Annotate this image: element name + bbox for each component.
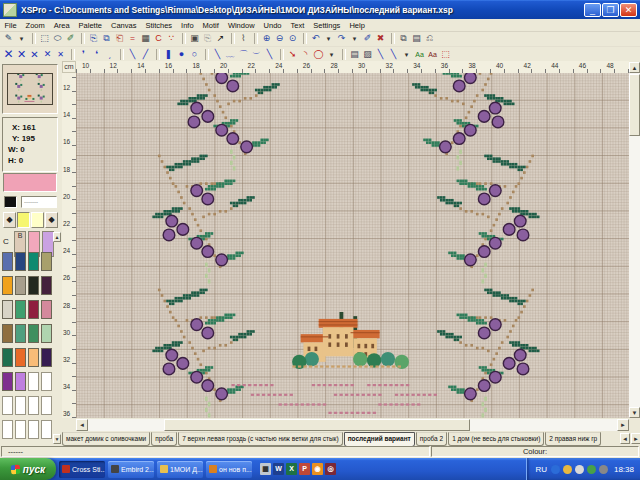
- palette-swatch[interactable]: [2, 276, 13, 295]
- palette-swatch[interactable]: [41, 420, 52, 439]
- redo-button[interactable]: ↷: [335, 32, 348, 45]
- palette-swatch[interactable]: [2, 372, 13, 391]
- draw-pencil-button[interactable]: ✎: [2, 32, 15, 45]
- half-cross-stitch-1-button[interactable]: ✕: [41, 48, 54, 61]
- palette-swatch[interactable]: [15, 324, 26, 343]
- language-indicator[interactable]: RU: [535, 465, 547, 474]
- menu-undo[interactable]: Undo: [259, 21, 286, 30]
- cut-button[interactable]: ⎘: [87, 32, 100, 45]
- scroll-right-button[interactable]: ►: [617, 419, 629, 431]
- menu-file[interactable]: File: [0, 21, 21, 30]
- zoom-out-button[interactable]: ⊖: [273, 32, 286, 45]
- zoom-actual-button[interactable]: ⊙: [286, 32, 299, 45]
- line-dropdown-button[interactable]: ▾: [400, 48, 413, 61]
- horizontal-scrollbar[interactable]: ◄ ►: [76, 419, 629, 431]
- palette-swatch[interactable]: [15, 420, 26, 439]
- palette-scroll-up[interactable]: ▲: [53, 232, 61, 242]
- palette-swatch[interactable]: [2, 348, 13, 367]
- half-stitch-fwd-button[interactable]: ╱: [139, 48, 152, 61]
- ellipse-dropdown-button[interactable]: ▾: [325, 48, 338, 61]
- app-excel-icon[interactable]: X: [286, 463, 297, 475]
- palette-swatch[interactable]: [41, 324, 52, 343]
- vertical-scroll-thumb[interactable]: [629, 74, 640, 136]
- palette-swatch[interactable]: [41, 276, 52, 295]
- app-word-icon[interactable]: W: [273, 463, 284, 475]
- menu-area[interactable]: Area: [49, 21, 74, 30]
- palette-swatch[interactable]: [15, 372, 26, 391]
- backstitch-arc-up-button[interactable]: ⌒: [237, 48, 250, 61]
- rotate-button[interactable]: C: [152, 32, 165, 45]
- redo-dropdown-button[interactable]: ▾: [348, 32, 361, 45]
- delete-cross-button[interactable]: ✖: [374, 32, 387, 45]
- paste-button[interactable]: ⎗: [113, 32, 126, 45]
- edit-line-button[interactable]: ✐: [361, 32, 374, 45]
- edit-pencil-button[interactable]: ✐: [64, 32, 77, 45]
- maximize-button[interactable]: ❐: [602, 3, 619, 17]
- tab-макет домик[interactable]: макет домик с оливочками: [62, 432, 150, 446]
- tab-2 правая ниж[interactable]: 2 правая ниж гр: [545, 432, 601, 446]
- menu-canvas[interactable]: Canvas: [106, 21, 140, 30]
- palette-swatch[interactable]: [2, 324, 13, 343]
- palette-swatch[interactable]: [28, 396, 39, 415]
- full-cross-stitch-button[interactable]: ✕: [2, 48, 15, 61]
- tab-проба 2[interactable]: проба 2: [416, 432, 447, 446]
- menu-settings[interactable]: Settings: [309, 21, 345, 30]
- selection-dashed-button[interactable]: ⬚: [439, 48, 452, 61]
- palette-swatch[interactable]: [2, 396, 13, 415]
- bead-button[interactable]: ○: [188, 48, 201, 61]
- current-thread-color[interactable]: [3, 173, 57, 192]
- undo-button[interactable]: ↶: [309, 32, 322, 45]
- vertical-stitch-button[interactable]: ❚: [162, 48, 175, 61]
- task-1МОИ Д...[interactable]: 1МОИ Д...: [157, 461, 203, 478]
- paste-disabled-button[interactable]: ⎘: [201, 32, 214, 45]
- half-cross-stitch-2-button[interactable]: ✕: [54, 48, 67, 61]
- palette-swatch[interactable]: [15, 348, 26, 367]
- select-rect-button[interactable]: ⬚: [38, 32, 51, 45]
- line-tool-2-button[interactable]: ╲: [387, 48, 400, 61]
- thread-code-field[interactable]: -------: [21, 196, 57, 208]
- palette-swatch[interactable]: [2, 252, 13, 271]
- tray-icon-2[interactable]: [575, 465, 584, 474]
- french-knot-button[interactable]: ●: [175, 48, 188, 61]
- draw-dropdown-button[interactable]: ▾: [15, 32, 28, 45]
- palette-swatch[interactable]: [28, 276, 39, 295]
- palette-swatch[interactable]: [28, 300, 39, 319]
- menu-palette[interactable]: Palette: [74, 21, 106, 30]
- select-lasso-button[interactable]: ⬭: [51, 32, 64, 45]
- curve-stitch-button[interactable]: ◝: [299, 48, 312, 61]
- title-bar[interactable]: XSPro - C:\Documents and Settings\Rimma\…: [0, 0, 640, 19]
- app-red-icon[interactable]: P: [299, 463, 310, 475]
- palette-swatch[interactable]: [28, 372, 39, 391]
- start-button[interactable]: пуск: [0, 458, 56, 480]
- tray-icon-3[interactable]: [587, 465, 596, 474]
- quarter-stitch-1-button[interactable]: ❜: [77, 48, 90, 61]
- tray-icon-0[interactable]: [551, 465, 560, 474]
- tab-последний ва[interactable]: последний вариант: [344, 432, 415, 446]
- diamond-left-button[interactable]: ◆: [3, 212, 16, 228]
- palette-swatch[interactable]: [41, 348, 52, 367]
- task-он нов п...[interactable]: он нов п...: [206, 461, 252, 478]
- black-color-swatch[interactable]: [4, 196, 17, 208]
- move-points-button[interactable]: ∵: [165, 32, 178, 45]
- resize-button[interactable]: ＝: [126, 32, 139, 45]
- quarter-stitch-2-button[interactable]: ❛: [90, 48, 103, 61]
- tab-проба[interactable]: проба: [151, 432, 177, 446]
- thread-button[interactable]: ⌇: [237, 32, 250, 45]
- pattern-preview[interactable]: [2, 64, 58, 114]
- yellow-pale-button[interactable]: [31, 212, 44, 228]
- tab-7 верхн лева[interactable]: 7 верхн левая гроздь (с частью ниж ветки…: [178, 432, 342, 446]
- palette-swatch[interactable]: [15, 396, 26, 415]
- task-Cross Sti...[interactable]: Cross Sti...: [59, 461, 105, 478]
- tab-scroll-right[interactable]: ►: [631, 433, 640, 444]
- menu-help[interactable]: Help: [345, 21, 369, 30]
- quarter-stitch-3-button[interactable]: ˏ: [103, 48, 116, 61]
- palette-swatch[interactable]: [28, 252, 39, 271]
- copy-button[interactable]: ⧉: [100, 32, 113, 45]
- app-maroon-icon[interactable]: ◎: [325, 463, 336, 475]
- design-area[interactable]: [76, 73, 629, 418]
- backstitch-button[interactable]: ╲: [211, 48, 224, 61]
- scroll-up-button[interactable]: ▲: [629, 62, 640, 73]
- menu-info[interactable]: Info: [177, 21, 199, 30]
- copy-design-button[interactable]: ⧉: [397, 32, 410, 45]
- design-canvas[interactable]: [76, 73, 629, 418]
